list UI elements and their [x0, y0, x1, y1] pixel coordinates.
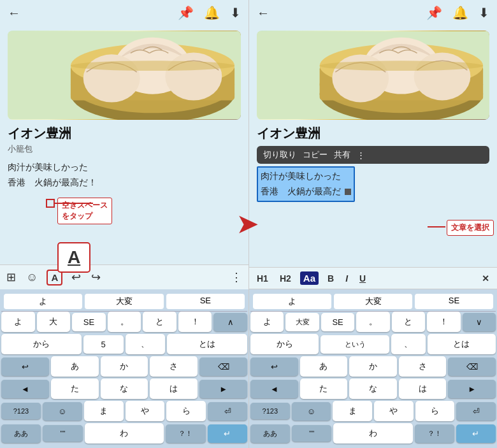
emoji-icon[interactable]: ☺ — [25, 270, 39, 285]
rkey-se[interactable]: SE — [321, 313, 354, 331]
rkey-aa[interactable]: ああ — [250, 424, 290, 443]
key-to[interactable]: と — [143, 312, 176, 332]
key-dai[interactable]: 大 — [37, 312, 71, 332]
aa-button[interactable]: Aa — [300, 271, 319, 285]
save-icon-right[interactable]: ⬇ — [479, 5, 489, 20]
rkey-quotes[interactable]: "" — [292, 425, 331, 442]
key-submit[interactable]: ↵ — [208, 424, 247, 443]
rkey-punct[interactable]: ？！ — [415, 424, 454, 443]
rkey-maru[interactable]: 。 — [356, 312, 389, 332]
key-ya[interactable]: や — [126, 401, 165, 421]
key-ra[interactable]: ら — [166, 401, 206, 421]
redo-icon[interactable]: ↪ — [90, 269, 102, 285]
key-return[interactable]: ⏎ — [208, 402, 247, 421]
rkey-ma[interactable]: ま — [333, 401, 372, 421]
rkey-ha[interactable]: は — [399, 379, 447, 399]
key-aa[interactable]: ああ — [1, 424, 41, 443]
rkey-emoji[interactable]: ☺ — [292, 402, 331, 421]
note-body-line1-right: 肉汁が美味しかった — [261, 169, 351, 184]
suggestion-2[interactable]: 大変 — [85, 294, 163, 309]
h1-button[interactable]: H1 — [254, 272, 271, 285]
rkey-wa[interactable]: わ — [333, 423, 412, 444]
suggestion-r3[interactable]: SE — [415, 294, 493, 309]
pin-icon[interactable]: 📌 — [178, 5, 194, 20]
key-wa[interactable]: わ — [85, 423, 164, 444]
key-backspace[interactable]: ⌫ — [199, 358, 247, 376]
rkey-comma[interactable]: 、 — [391, 334, 426, 354]
rkey-ta[interactable]: た — [300, 379, 348, 399]
rkey-ya[interactable]: や — [374, 401, 414, 421]
key-punct[interactable]: ？！ — [166, 424, 205, 443]
save-icon[interactable]: ⬇ — [230, 5, 241, 20]
key-up[interactable]: ∧ — [213, 313, 247, 331]
key-5[interactable]: 5 — [83, 335, 124, 354]
rkey-ka[interactable]: か — [349, 356, 397, 377]
suggestion-r1[interactable]: よ — [253, 294, 331, 309]
bell-icon-right[interactable]: 🔔 — [452, 5, 468, 20]
close-format-button[interactable]: ✕ — [479, 272, 492, 285]
bold-button[interactable]: B — [325, 272, 336, 285]
rkey-a[interactable]: あ — [300, 356, 348, 377]
rkey-enter-up[interactable]: ↩ — [250, 358, 298, 376]
rkey-sa[interactable]: さ — [399, 356, 447, 377]
rkey-yo[interactable]: よ — [250, 312, 284, 332]
rkey-towa[interactable]: とは — [428, 334, 496, 354]
selection-context-menu: 切り取り コピー 共有 ⋮ — [257, 146, 489, 164]
more-button[interactable]: ⋮ — [357, 150, 365, 160]
key-a[interactable]: あ — [51, 356, 99, 377]
key-right[interactable]: ► — [199, 380, 247, 398]
rkey-down[interactable]: ∨ — [463, 313, 496, 331]
back-icon[interactable]: ← — [8, 6, 20, 20]
key-ka[interactable]: か — [101, 356, 148, 377]
rkey-na[interactable]: な — [349, 379, 397, 399]
key-kara[interactable]: から — [1, 334, 82, 354]
key-quotes[interactable]: "" — [43, 425, 82, 442]
cut-button[interactable]: 切り取り — [263, 149, 296, 161]
rkey-ra[interactable]: ら — [415, 401, 455, 421]
right-toolbar: ← 📌 🔔 ⬇ — [249, 0, 497, 25]
key-num[interactable]: ?123 — [1, 403, 41, 419]
key-ha[interactable]: は — [150, 379, 198, 399]
key-enter-up[interactable]: ↩ — [1, 358, 49, 376]
suggestion-1[interactable]: よ — [4, 294, 82, 309]
key-exclaim[interactable]: ！ — [178, 312, 212, 332]
key-yo[interactable]: よ — [1, 312, 35, 332]
rkey-toiu[interactable]: という — [321, 335, 389, 354]
rkey-kara[interactable]: から — [250, 334, 319, 354]
key-ma[interactable]: ま — [84, 401, 124, 421]
italic-button[interactable]: I — [343, 272, 350, 285]
pin-icon-right[interactable]: 📌 — [426, 5, 442, 20]
key-na[interactable]: な — [101, 379, 148, 399]
key-left[interactable]: ◄ — [1, 380, 49, 398]
rkey-right[interactable]: ► — [448, 380, 496, 398]
h2-button[interactable]: H2 — [277, 272, 294, 285]
key-sa[interactable]: さ — [150, 356, 198, 377]
rkey-num[interactable]: ?123 — [250, 403, 290, 419]
rkey-exclaim[interactable]: ！ — [427, 312, 460, 332]
suggestion-r2[interactable]: 大変 — [334, 294, 412, 309]
underline-button[interactable]: U — [357, 272, 368, 285]
back-icon-right[interactable]: ← — [257, 6, 270, 20]
key-towa[interactable]: とは — [167, 334, 247, 354]
rkey-submit[interactable]: ↵ — [456, 424, 496, 443]
bell-icon[interactable]: 🔔 — [204, 5, 220, 20]
left-panel: ← 📌 🔔 ⬇ 时才 ジュー — [0, 0, 248, 448]
rkey-left[interactable]: ◄ — [250, 380, 298, 398]
kb-row-r5: ?123 ☺ ま や ら ⏎ — [250, 401, 496, 421]
copy-button[interactable]: コピー — [303, 149, 328, 161]
plus-icon[interactable]: ⊞ — [5, 269, 17, 285]
rkey-daihenn[interactable]: 大変 — [285, 313, 319, 331]
key-ta[interactable]: た — [51, 379, 99, 399]
rkey-return[interactable]: ⏎ — [456, 402, 496, 421]
key-maru[interactable]: 。 — [108, 312, 141, 332]
annotation-container-right: 文章を選択 — [447, 220, 494, 236]
suggestion-3[interactable]: SE — [166, 294, 245, 309]
key-emoji[interactable]: ☺ — [43, 402, 82, 421]
rkey-backspace[interactable]: ⌫ — [448, 358, 496, 376]
key-se[interactable]: SE — [72, 313, 106, 331]
rkey-to[interactable]: と — [392, 312, 425, 332]
share-button[interactable]: 共有 — [334, 149, 350, 161]
more-icon[interactable]: ⋮ — [110, 269, 243, 285]
key-comma[interactable]: 、 — [126, 334, 166, 354]
kb-row-r2: から という 、 とは — [250, 334, 496, 354]
